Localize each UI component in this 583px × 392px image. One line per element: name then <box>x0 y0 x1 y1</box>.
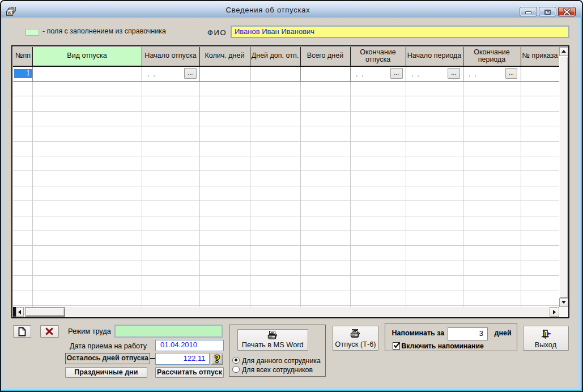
svg-text:?: ? <box>215 353 220 365</box>
